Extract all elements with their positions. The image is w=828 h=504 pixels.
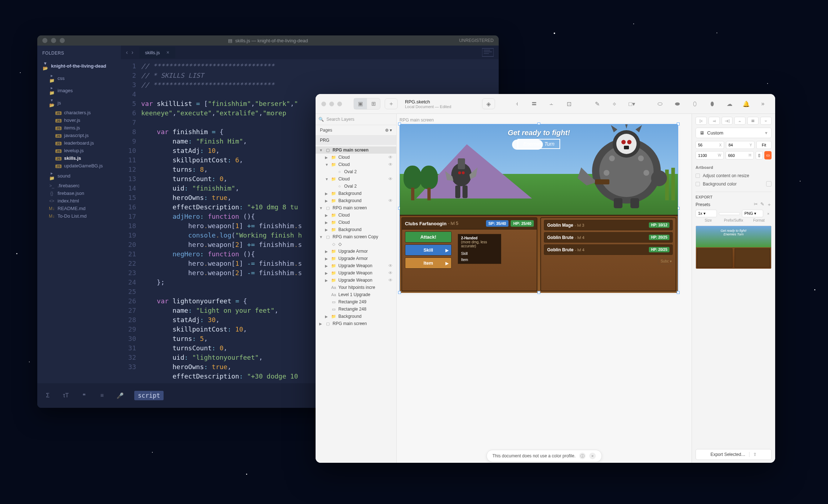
layer-item[interactable]: ▼📁Cloud👁 bbox=[316, 175, 396, 183]
tree-item[interactable]: JSupdateGameBG.js bbox=[37, 162, 121, 170]
tree-item[interactable]: JSleaderboard.js bbox=[37, 139, 121, 147]
layer-item[interactable]: ▶📁Upgrade Armor bbox=[316, 248, 396, 255]
layer-item[interactable]: ▶▢RPG main screen bbox=[316, 320, 396, 327]
align-top-icon[interactable]: ⫠ bbox=[734, 117, 745, 125]
tree-item[interactable]: JSitems.js bbox=[37, 124, 121, 132]
y-input[interactable]: 84Y bbox=[726, 141, 755, 149]
disclosure-icon[interactable]: ▼ bbox=[325, 177, 329, 181]
layer-item[interactable]: ▶📁Background bbox=[316, 226, 396, 233]
skill-button[interactable]: Skill▶ bbox=[405, 244, 452, 256]
disclosure-icon[interactable]: ▶ bbox=[319, 322, 323, 326]
adjust-content-checkbox[interactable]: Adjust content on resize bbox=[696, 172, 772, 180]
disclosure-icon[interactable]: ▶ bbox=[325, 278, 329, 282]
mic-icon[interactable]: 🎤 bbox=[116, 392, 124, 400]
layer-item[interactable]: ▼▢RPG main screen bbox=[316, 146, 396, 154]
align-left-icon[interactable]: |⫞ bbox=[696, 117, 707, 125]
width-input[interactable]: 1100W bbox=[696, 151, 724, 159]
page-item[interactable]: PRG bbox=[316, 136, 396, 145]
zoom-button[interactable] bbox=[60, 38, 65, 43]
view-components-icon[interactable]: ⊞ bbox=[367, 98, 380, 109]
disclosure-icon[interactable]: ▶ bbox=[325, 249, 329, 253]
nav-forward-icon[interactable]: › bbox=[131, 49, 133, 56]
layer-item[interactable]: ▶📁Upgrade Weapon👁 bbox=[316, 262, 396, 269]
export-button[interactable]: Export Selected… ⇪ bbox=[696, 449, 772, 460]
toast-info-icon[interactable]: ⓘ bbox=[579, 453, 586, 459]
list-icon[interactable]: ≡ bbox=[98, 392, 106, 400]
disclosure-icon[interactable]: ▼ bbox=[325, 163, 329, 167]
layer-item[interactable]: ▶📁Cloud bbox=[316, 219, 396, 226]
tree-item[interactable]: >_.firebaserc bbox=[37, 182, 121, 189]
disclosure-icon[interactable]: ▶ bbox=[325, 264, 329, 268]
syntax-tag[interactable]: script bbox=[134, 391, 164, 400]
intersect-icon[interactable]: ⬯ bbox=[688, 98, 701, 109]
tree-item[interactable]: JSlevelup.js bbox=[37, 147, 121, 154]
layer-item[interactable]: ○Oval 2 bbox=[316, 168, 396, 175]
preset-edit-icon[interactable]: ✎ bbox=[760, 201, 764, 208]
tab-skills-js[interactable]: skills.js × bbox=[139, 47, 175, 58]
distribute-icon[interactable]: ⊡ bbox=[562, 98, 575, 109]
canvas[interactable]: RPG main screen Get re bbox=[397, 114, 692, 463]
enemy-row[interactable]: Goblin Brute - lvl 4HP: 20/25 bbox=[544, 244, 673, 255]
layer-item[interactable]: ▶📁Cloud bbox=[316, 212, 396, 219]
edit-icon[interactable]: ✎ bbox=[591, 98, 604, 109]
tree-item[interactable]: ▸ 📁sound bbox=[37, 170, 121, 182]
close-button[interactable] bbox=[42, 38, 47, 43]
disclosure-icon[interactable]: ▶ bbox=[325, 199, 329, 203]
size-preset-select[interactable]: 🖥 Custom ▾ bbox=[696, 128, 772, 138]
disclosure-icon[interactable]: ▶ bbox=[325, 213, 329, 217]
disclosure-icon[interactable]: ▼ bbox=[319, 148, 323, 152]
disclosure-icon[interactable]: ▶ bbox=[325, 315, 329, 319]
align-right-icon[interactable]: ⫠ bbox=[545, 98, 558, 109]
tree-item[interactable]: {}firebase.json bbox=[37, 189, 121, 197]
view-canvas-icon[interactable]: ▣ bbox=[354, 98, 367, 109]
enemy-row[interactable]: Goblin Brute - lvl 4HP: 20/25 bbox=[544, 232, 673, 243]
layer-item[interactable]: ○Oval 2 bbox=[316, 183, 396, 190]
minimap-icon[interactable] bbox=[482, 48, 494, 57]
tree-item[interactable]: M↓To-Do List.md bbox=[37, 212, 121, 220]
align-center-icon[interactable]: 〓 bbox=[528, 98, 541, 109]
minimize-button[interactable] bbox=[51, 38, 56, 43]
tree-item[interactable]: <>index.html bbox=[37, 197, 121, 205]
tree-item[interactable]: JSjavascript.js bbox=[37, 132, 121, 139]
sigma-icon[interactable]: Σ bbox=[44, 392, 52, 400]
tree-item[interactable]: ▾ 📂knight-of-the-living-dead bbox=[37, 60, 121, 72]
x-input[interactable]: 56X bbox=[696, 141, 724, 149]
disclosure-icon[interactable]: ▶ bbox=[325, 257, 329, 261]
tree-item[interactable]: ▾ 📂js bbox=[37, 97, 121, 109]
disclosure-icon[interactable]: ▶ bbox=[325, 155, 329, 159]
visibility-icon[interactable]: 👁 bbox=[388, 198, 393, 203]
tree-item[interactable]: JShover.js bbox=[37, 116, 121, 124]
zoom-button[interactable] bbox=[337, 102, 342, 106]
notifications-icon[interactable]: 🔔 bbox=[740, 98, 753, 109]
format-select[interactable]: PNG ▾ bbox=[742, 210, 763, 217]
nav-back-icon[interactable]: ‹ bbox=[126, 49, 128, 56]
union-icon[interactable]: ⬭ bbox=[654, 98, 667, 109]
color-swatch[interactable] bbox=[766, 181, 772, 187]
bg-color-checkbox[interactable]: Background color bbox=[696, 180, 772, 188]
align-left-icon[interactable]: ⫞ bbox=[510, 98, 523, 109]
layer-item[interactable]: ▶📁Upgrade Armor bbox=[316, 255, 396, 262]
tree-item[interactable]: JSskills.js bbox=[37, 154, 121, 162]
disclosure-icon[interactable]: ▼ bbox=[319, 235, 323, 239]
orient-landscape-icon[interactable]: ▭ bbox=[764, 151, 772, 159]
symbol-icon[interactable]: ◈ bbox=[482, 98, 495, 109]
layer-item[interactable]: ▭Rectangle 248 bbox=[316, 306, 396, 313]
disclosure-icon[interactable]: ▶ bbox=[325, 221, 329, 225]
layer-item[interactable]: ▶📁Cloud👁 bbox=[316, 154, 396, 161]
toast-close-icon[interactable]: × bbox=[589, 453, 596, 459]
remove-preset-icon[interactable]: × bbox=[765, 212, 772, 216]
attack-button[interactable]: Attack! bbox=[405, 231, 452, 243]
layer-item[interactable]: ▶📁Upgrade Weapon👁 bbox=[316, 277, 396, 284]
tree-item[interactable]: JScharacters.js bbox=[37, 109, 121, 116]
artboard-name[interactable]: RPG main screen bbox=[400, 118, 434, 123]
close-icon[interactable]: × bbox=[166, 50, 169, 55]
layer-item[interactable]: ▭Rectangle 249 bbox=[316, 298, 396, 306]
cloud-icon[interactable]: ☁ bbox=[723, 98, 736, 109]
minimize-button[interactable] bbox=[329, 102, 334, 106]
layer-item[interactable]: AaYour hitpoints incre bbox=[316, 284, 396, 291]
visibility-icon[interactable]: 👁 bbox=[388, 263, 393, 268]
visibility-icon[interactable]: 👁 bbox=[388, 278, 393, 283]
layer-item[interactable]: AaLevel 1 Upgrade bbox=[316, 291, 396, 298]
insert-icon[interactable]: ＋ bbox=[385, 98, 398, 109]
suffix-input[interactable] bbox=[719, 212, 740, 215]
